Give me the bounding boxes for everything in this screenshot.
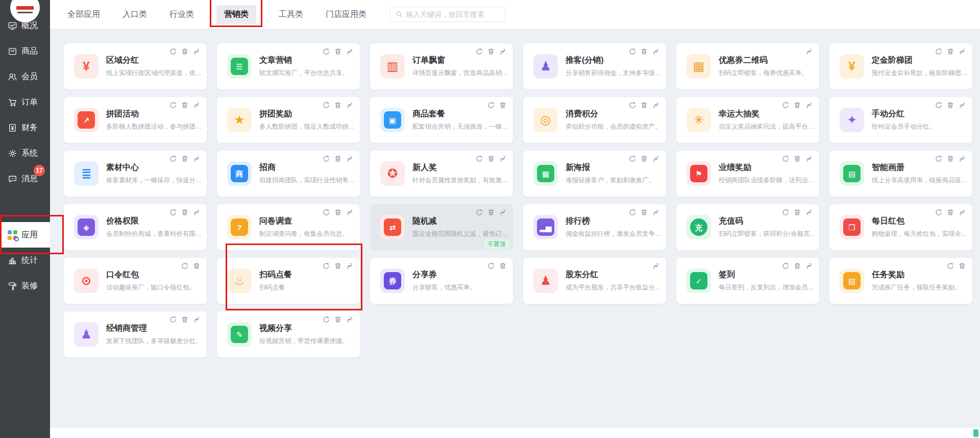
delete-icon[interactable] xyxy=(499,262,506,270)
delete-icon[interactable] xyxy=(794,155,801,162)
link-icon[interactable] xyxy=(499,48,506,55)
tab-工具类[interactable]: 工具类 xyxy=(279,9,303,20)
refresh-icon[interactable] xyxy=(323,316,330,323)
app-card-扫码点餐[interactable]: ♨扫码点餐扫码点餐 xyxy=(217,258,360,304)
delete-icon[interactable] xyxy=(334,102,341,109)
tab-全部应用[interactable]: 全部应用 xyxy=(67,9,100,20)
app-card-招商[interactable]: 商招商组建招商团队，实现行业性销售联... xyxy=(217,151,360,197)
refresh-icon[interactable] xyxy=(323,48,330,55)
delete-icon[interactable] xyxy=(959,262,966,270)
link-icon[interactable] xyxy=(193,102,200,109)
app-card-智能画册[interactable]: ▤智能画册线上分享高使用率，链接商品促成... xyxy=(829,151,972,197)
tab-营销类[interactable]: 营销类 xyxy=(216,5,256,24)
delete-icon[interactable] xyxy=(334,209,341,216)
refresh-icon[interactable] xyxy=(935,102,942,109)
delete-icon[interactable] xyxy=(641,48,648,55)
app-card-消费积分[interactable]: ◎消费积分类似积分功能，会员的虚拟资产。 xyxy=(523,97,666,143)
link-icon[interactable] xyxy=(346,48,353,55)
app-card-问卷调查[interactable]: ?问卷调查制定调查问卷，收集会员信息。 xyxy=(217,204,360,250)
refresh-icon[interactable] xyxy=(629,48,636,55)
link-icon[interactable] xyxy=(959,48,966,55)
delete-icon[interactable] xyxy=(181,209,188,216)
delete-icon[interactable] xyxy=(334,48,341,55)
link-icon[interactable] xyxy=(652,155,659,162)
link-icon[interactable] xyxy=(346,209,353,216)
refresh-icon[interactable] xyxy=(947,262,954,270)
search-input[interactable] xyxy=(406,10,498,18)
delete-icon[interactable] xyxy=(181,102,188,109)
search-box[interactable] xyxy=(390,7,505,22)
refresh-icon[interactable] xyxy=(782,262,789,270)
refresh-icon[interactable] xyxy=(169,48,177,55)
refresh-icon[interactable] xyxy=(782,209,789,216)
app-card-手动分红[interactable]: ✦手动分红给特定会员手动分红。 xyxy=(829,97,972,143)
refresh-icon[interactable] xyxy=(169,102,177,109)
delete-icon[interactable] xyxy=(487,155,495,162)
refresh-icon[interactable] xyxy=(169,316,177,323)
app-card-股东分红[interactable]: ♟股东分红成为平台股东，共享平台收益分红。 xyxy=(523,258,666,304)
app-card-业绩奖励[interactable]: ⚑业绩奖励经销商团队业绩多阶梯，达到业绩... xyxy=(676,151,819,197)
delete-icon[interactable] xyxy=(641,155,648,162)
link-icon[interactable] xyxy=(193,48,200,55)
delete-icon[interactable] xyxy=(947,102,954,109)
refresh-icon[interactable] xyxy=(487,262,495,270)
link-icon[interactable] xyxy=(499,155,506,162)
refresh-icon[interactable] xyxy=(323,262,330,270)
app-card-价格权限[interactable]: ◈价格权限会员制特价商城，查看特价有限制。 xyxy=(64,204,207,250)
tab-入口类[interactable]: 入口类 xyxy=(122,9,147,20)
app-card-订单飘窗[interactable]: ▥订单飘窗详情页显示飘窗，营造商品高销量。 xyxy=(370,43,513,89)
link-icon[interactable] xyxy=(346,316,353,323)
refresh-icon[interactable] xyxy=(169,209,177,216)
refresh-icon[interactable] xyxy=(476,209,483,216)
link-icon[interactable] xyxy=(652,262,659,270)
tab-行业类[interactable]: 行业类 xyxy=(169,9,194,20)
app-card-商品套餐[interactable]: ▣商品套餐配套组合营销，无须挑选，一键优... xyxy=(370,97,513,143)
link-icon[interactable] xyxy=(805,209,813,216)
link-icon[interactable] xyxy=(805,155,813,162)
refresh-icon[interactable] xyxy=(323,209,330,216)
sidebar-item-overview[interactable]: 概况 xyxy=(0,13,50,38)
sidebar-item-stats[interactable]: 统计 xyxy=(0,248,50,273)
link-icon[interactable] xyxy=(193,209,200,216)
app-card-定金阶梯团[interactable]: ¥定金阶梯团预付定金后补尾款，根据阶梯团人... xyxy=(829,43,972,89)
sidebar-item-members[interactable]: 会员 xyxy=(0,64,50,89)
link-icon[interactable] xyxy=(193,316,200,323)
link-icon[interactable] xyxy=(652,102,659,109)
app-card-优惠券二维码[interactable]: ▦优惠券二维码扫码立即锁客，领券优惠买单。 xyxy=(676,43,819,89)
sidebar-item-system[interactable]: 系统 xyxy=(0,140,50,166)
sidebar-item-apps[interactable]: 应用 xyxy=(0,222,50,248)
app-card-素材中心[interactable]: ≣素材中心推客素材库，一键保存，快速分享。 xyxy=(64,151,207,197)
delete-icon[interactable] xyxy=(947,155,954,162)
app-card-幸运大抽奖[interactable]: ✳幸运大抽奖自定义奖品抽奖玩法，提高平台粉... xyxy=(676,97,819,143)
sidebar-item-goods[interactable]: 商品 xyxy=(0,38,50,64)
app-card-拼团活动[interactable]: ↗拼团活动多阶梯人数拼团活动，参与拼团优... xyxy=(64,97,207,143)
link-icon[interactable] xyxy=(346,262,353,270)
card-tag-not-pinned[interactable]: 不置顶 xyxy=(484,239,509,249)
refresh-icon[interactable] xyxy=(476,155,483,162)
refresh-icon[interactable] xyxy=(629,209,636,216)
refresh-icon[interactable] xyxy=(782,155,789,162)
refresh-icon[interactable] xyxy=(935,209,942,216)
refresh-icon[interactable] xyxy=(323,102,330,109)
delete-icon[interactable] xyxy=(794,209,801,216)
app-card-新人奖[interactable]: ✪新人奖针对会员属性发放奖励，有效激活... xyxy=(370,151,513,197)
delete-icon[interactable] xyxy=(334,155,341,162)
delete-icon[interactable] xyxy=(641,102,648,109)
sidebar-item-finance[interactable]: 财务 xyxy=(0,115,50,140)
app-card-拼团奖励[interactable]: ★拼团奖励多人数阶拼团，指定人数成功拼团。 xyxy=(217,97,360,143)
refresh-icon[interactable] xyxy=(629,102,636,109)
link-icon[interactable] xyxy=(959,155,966,162)
link-icon[interactable] xyxy=(652,48,659,55)
delete-icon[interactable] xyxy=(487,48,495,55)
sidebar-item-orders[interactable]: 订单 xyxy=(0,89,50,115)
delete-icon[interactable] xyxy=(499,102,506,109)
link-icon[interactable] xyxy=(959,209,966,216)
delete-icon[interactable] xyxy=(947,209,954,216)
app-card-任务奖励[interactable]: ▤任务奖励完成推广任务，领取任务奖励。 xyxy=(829,258,972,304)
app-card-充值码[interactable]: 充充值码扫码立即锁客，获得积分/余额充... xyxy=(676,204,819,250)
refresh-icon[interactable] xyxy=(181,262,188,270)
delete-icon[interactable] xyxy=(794,262,801,270)
delete-icon[interactable] xyxy=(334,316,341,323)
app-card-口令红包[interactable]: ⊙口令红包活动趣味推广，输口令领红包。 xyxy=(64,258,207,304)
delete-icon[interactable] xyxy=(794,102,801,109)
